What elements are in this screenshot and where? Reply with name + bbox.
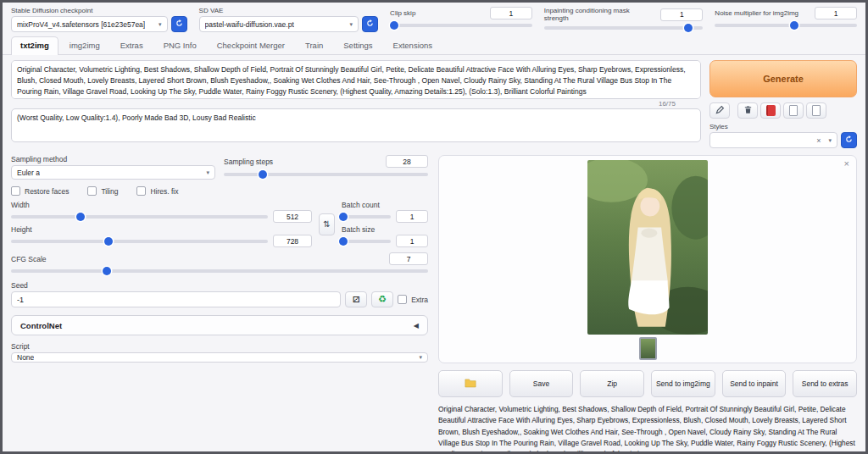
checkpoint-value: mixProV4_v4.safetensors [61e23e57ea] [17,20,145,29]
noise-multiplier-input[interactable] [815,7,857,19]
tiling-checkbox[interactable]: Tiling [87,186,118,196]
batch-size-label: Batch size [342,225,428,234]
refresh-checkpoint-button[interactable] [171,16,187,32]
send-to-img2img-button[interactable]: Send to img2img [651,370,715,397]
sampling-method-dropdown[interactable]: Euler a ▾ [11,165,215,180]
vae-field: SD VAE pastel-waifu-diffusion.vae.pt ▾ [199,7,379,32]
hires-fix-checkbox[interactable]: Hires. fix [136,186,178,196]
seed-input[interactable] [11,291,341,307]
tab-png-info[interactable]: PNG Info [154,36,206,54]
clear-prompt-button[interactable] [737,102,758,119]
paste-params-button[interactable] [709,102,730,119]
checkbox-icon [136,186,146,196]
seed-field: Seed ⚂ ♻ Extra [11,281,428,307]
negative-prompt-input[interactable]: (Worst Quality, Low Quality:1.4), Poorly… [11,108,701,142]
batch-size-input[interactable] [396,235,428,247]
sampling-steps-input[interactable] [386,155,428,168]
inpaint-strength-control: Inpainting conditioning mask strength [544,7,704,33]
cfg-scale-slider[interactable] [11,266,428,276]
send-to-inpaint-button[interactable]: Send to inpaint [722,370,787,397]
batch-count-label: Batch count [342,201,428,209]
cfg-scale-input[interactable] [389,252,428,265]
cfg-scale-label: CFG Scale [11,255,47,263]
tab-train[interactable]: Train [296,36,332,54]
controlnet-accordion[interactable]: ControlNet ◀ [11,315,428,335]
batch-size-slider[interactable] [342,236,391,246]
extra-networks-button[interactable] [760,102,781,119]
document-icon [789,105,798,116]
script-field: Script None ▾ [11,342,428,363]
apply-style-button[interactable] [806,102,826,119]
reuse-seed-button[interactable]: ♻ [371,291,393,307]
clip-skip-slider[interactable] [390,20,532,30]
width-label: Width [11,201,312,209]
swap-dimensions-button[interactable]: ⇅ [319,213,335,235]
random-seed-button[interactable]: ⚂ [345,291,367,307]
save-style-button[interactable] [783,102,804,119]
cfg-scale-field: CFG Scale [11,252,428,276]
recycle-icon: ♻ [378,294,387,305]
script-dropdown[interactable]: None ▾ [11,352,428,363]
result-gallery: × [438,155,857,363]
tab-checkpoint-merger[interactable]: Checkpoint Merger [208,36,294,54]
document-icon [812,105,821,116]
width-input[interactable] [273,210,312,223]
clip-skip-control: Clip skip [390,7,532,30]
width-slider[interactable] [11,212,268,222]
checkbox-icon [87,186,97,196]
tab-img2img[interactable]: img2img [60,36,109,54]
batch-count-field: Batch count [342,201,428,223]
open-folder-button[interactable] [438,370,503,397]
vae-dropdown[interactable]: pastel-waifu-diffusion.vae.pt ▾ [199,16,359,32]
script-value: None [17,353,34,362]
batch-count-slider[interactable] [342,212,391,222]
height-input[interactable] [273,235,312,247]
send-to-extras-button[interactable]: Send to extras [793,370,857,397]
clip-skip-label: Clip skip [390,9,415,17]
checkpoint-field: Stable Diffusion checkpoint mixProV4_v4.… [11,7,187,32]
extra-seed-checkbox[interactable]: Extra [398,295,428,304]
sampling-steps-field: Sampling steps [224,155,428,180]
close-icon[interactable]: × [844,158,849,169]
sampling-steps-label: Sampling steps [224,158,273,166]
height-slider[interactable] [11,236,268,246]
tab-extensions[interactable]: Extensions [384,36,442,54]
save-button[interactable]: Save [509,370,574,397]
prompt-input[interactable]: Original Character, Volumetric Lighting,… [11,60,701,99]
refresh-styles-button[interactable] [841,132,857,148]
checkpoint-label: Stable Diffusion checkpoint [11,7,187,14]
tab-txt2img[interactable]: txt2img [11,36,58,55]
collapse-arrow-icon: ◀ [414,322,419,329]
styles-label: Styles [709,123,857,130]
checkpoint-dropdown[interactable]: mixProV4_v4.safetensors [61e23e57ea] ▾ [11,16,168,32]
sampling-steps-slider[interactable] [224,169,428,180]
width-field: Width [11,201,312,223]
zip-button[interactable]: Zip [580,370,644,397]
inpaint-strength-input[interactable] [660,8,703,21]
noise-multiplier-slider[interactable] [715,20,857,30]
clear-icon[interactable]: × [816,136,821,145]
image-thumbnail[interactable] [639,337,657,360]
sampling-method-field: Sampling method Euler a ▾ [11,155,215,180]
seed-label: Seed [11,281,428,290]
tab-settings[interactable]: Settings [334,36,381,54]
token-counter: 16/75 [659,100,676,108]
gallery-actions: Save Zip Send to img2img Send to inpaint… [438,370,857,397]
generate-button[interactable]: Generate [709,60,857,97]
batch-count-input[interactable] [396,210,428,223]
sampling-method-label: Sampling method [11,155,215,163]
refresh-icon [175,18,184,30]
styles-dropdown[interactable]: × ▾ [709,132,837,148]
checkbox-icon [398,295,407,304]
dice-icon: ⚂ [353,295,360,304]
sd-webui-window: Stable Diffusion checkpoint mixProV4_v4.… [0,0,868,454]
restore-faces-checkbox[interactable]: Restore faces [11,186,69,196]
tab-extras[interactable]: Extras [111,36,153,54]
chevron-down-icon: ▾ [828,137,832,144]
script-label: Script [11,342,428,351]
clip-skip-input[interactable] [490,7,532,19]
inpaint-strength-slider[interactable] [544,23,704,33]
output-panel: × [438,155,857,454]
generated-image[interactable] [587,160,708,335]
refresh-vae-button[interactable] [362,16,378,32]
